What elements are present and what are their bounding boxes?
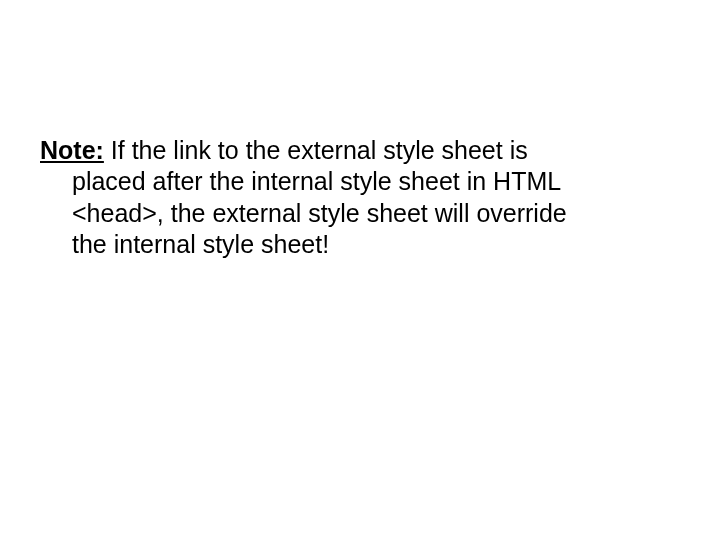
note-paragraph: Note: If the link to the external style … xyxy=(40,135,640,260)
note-line-1-rest: If the link to the external style sheet … xyxy=(104,136,528,164)
note-line-4: the internal style sheet! xyxy=(40,229,640,260)
note-label: Note: xyxy=(40,136,104,164)
note-line-1: Note: If the link to the external style … xyxy=(40,135,640,166)
note-line-2: placed after the internal style sheet in… xyxy=(40,166,640,197)
slide: Note: If the link to the external style … xyxy=(0,0,720,540)
note-line-3: <head>, the external style sheet will ov… xyxy=(40,198,640,229)
